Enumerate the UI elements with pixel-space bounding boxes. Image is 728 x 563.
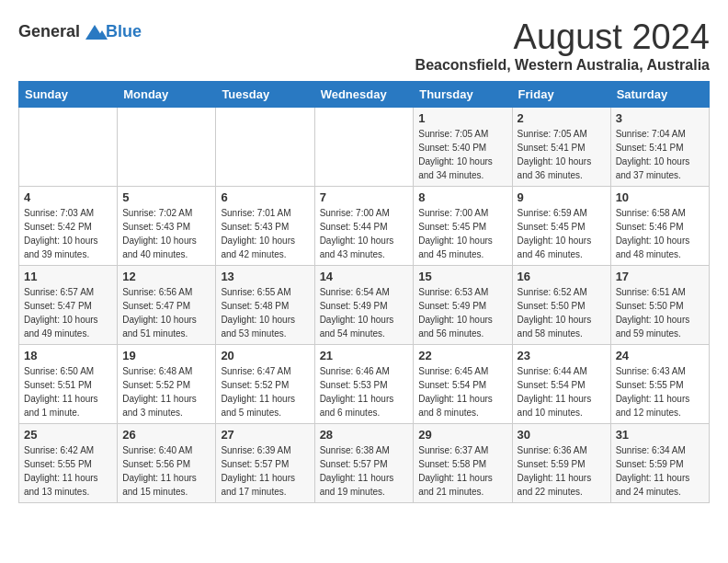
sunset: Sunset: 5:41 PM [616, 143, 684, 153]
day-number: 16 [518, 270, 606, 283]
day-info: Sunrise: 6:58 AM Sunset: 5:46 PM Dayligh… [616, 206, 704, 261]
sunrise: Sunrise: 6:36 AM [518, 445, 587, 455]
calendar-cell: 24 Sunrise: 6:43 AM Sunset: 5:55 PM Dayl… [610, 344, 709, 423]
day-number: 13 [221, 270, 309, 283]
day-info: Sunrise: 6:53 AM Sunset: 5:49 PM Dayligh… [418, 285, 506, 340]
day-number: 27 [221, 428, 309, 442]
sunset: Sunset: 5:54 PM [418, 380, 486, 390]
sunrise: Sunrise: 6:44 AM [518, 366, 587, 376]
header: General Blue August 2024 Beaconsfield, W… [18, 18, 710, 74]
calendar-cell [216, 107, 314, 186]
weekday-header-monday: Monday [118, 81, 216, 107]
daylight: Daylight: 10 hours and 48 minutes. [616, 236, 690, 259]
day-number: 6 [221, 190, 309, 204]
daylight: Daylight: 11 hours and 13 minutes. [24, 473, 98, 497]
week-row-2: 4 Sunrise: 7:03 AM Sunset: 5:42 PM Dayli… [19, 186, 710, 265]
day-number: 14 [320, 270, 409, 283]
sunrise: Sunrise: 6:59 AM [518, 208, 587, 218]
week-row-3: 11 Sunrise: 6:57 AM Sunset: 5:47 PM Dayl… [19, 265, 710, 344]
day-number: 15 [418, 270, 506, 283]
calendar-cell: 1 Sunrise: 7:05 AM Sunset: 5:40 PM Dayli… [414, 107, 512, 186]
calendar-cell: 31 Sunrise: 6:34 AM Sunset: 5:59 PM Dayl… [610, 423, 709, 502]
daylight: Daylight: 11 hours and 17 minutes. [221, 473, 295, 497]
weekday-header-row: SundayMondayTuesdayWednesdayThursdayFrid… [19, 81, 710, 107]
weekday-header-friday: Friday [512, 81, 610, 107]
day-info: Sunrise: 6:47 AM Sunset: 5:52 PM Dayligh… [221, 364, 309, 419]
calendar-subtitle: Beaconsfield, Western Australia, Austral… [415, 57, 710, 74]
sunrise: Sunrise: 6:45 AM [418, 366, 488, 376]
day-info: Sunrise: 7:00 AM Sunset: 5:45 PM Dayligh… [418, 206, 506, 261]
day-number: 24 [616, 349, 704, 362]
daylight: Daylight: 10 hours and 49 minutes. [24, 315, 98, 339]
day-info: Sunrise: 7:03 AM Sunset: 5:42 PM Dayligh… [24, 206, 112, 261]
day-number: 31 [616, 428, 704, 442]
calendar-cell [19, 107, 118, 186]
page-container: General Blue August 2024 Beaconsfield, W… [18, 18, 710, 503]
logo: General Blue [18, 22, 142, 42]
sunset: Sunset: 5:48 PM [221, 301, 289, 311]
day-info: Sunrise: 7:00 AM Sunset: 5:44 PM Dayligh… [320, 206, 409, 261]
calendar-cell: 15 Sunrise: 6:53 AM Sunset: 5:49 PM Dayl… [414, 265, 512, 344]
daylight: Daylight: 11 hours and 6 minutes. [320, 394, 394, 418]
sunset: Sunset: 5:49 PM [320, 301, 388, 311]
day-number: 29 [418, 428, 506, 442]
calendar-cell: 26 Sunrise: 6:40 AM Sunset: 5:56 PM Dayl… [118, 423, 216, 502]
weekday-header-wednesday: Wednesday [314, 81, 414, 107]
day-number: 17 [616, 270, 704, 283]
daylight: Daylight: 10 hours and 34 minutes. [418, 156, 493, 180]
day-number: 20 [221, 349, 309, 362]
day-info: Sunrise: 6:45 AM Sunset: 5:54 PM Dayligh… [418, 364, 506, 419]
sunrise: Sunrise: 6:42 AM [24, 445, 94, 455]
day-info: Sunrise: 7:04 AM Sunset: 5:41 PM Dayligh… [616, 127, 704, 182]
day-number: 21 [320, 349, 409, 362]
day-info: Sunrise: 6:36 AM Sunset: 5:59 PM Dayligh… [518, 443, 606, 499]
daylight: Daylight: 10 hours and 58 minutes. [518, 315, 592, 339]
daylight: Daylight: 10 hours and 42 minutes. [221, 236, 295, 259]
sunrise: Sunrise: 6:55 AM [221, 287, 290, 297]
calendar-cell: 16 Sunrise: 6:52 AM Sunset: 5:50 PM Dayl… [512, 265, 610, 344]
sunrise: Sunrise: 7:00 AM [418, 208, 488, 218]
sunset: Sunset: 5:42 PM [24, 222, 92, 232]
day-info: Sunrise: 6:34 AM Sunset: 5:59 PM Dayligh… [616, 443, 704, 499]
daylight: Daylight: 10 hours and 53 minutes. [221, 315, 295, 339]
day-info: Sunrise: 7:02 AM Sunset: 5:43 PM Dayligh… [122, 206, 210, 261]
calendar-cell: 10 Sunrise: 6:58 AM Sunset: 5:46 PM Dayl… [610, 186, 709, 265]
day-info: Sunrise: 6:40 AM Sunset: 5:56 PM Dayligh… [122, 443, 210, 499]
sunrise: Sunrise: 7:05 AM [418, 129, 488, 139]
logo-general: General [18, 22, 80, 40]
sunset: Sunset: 5:52 PM [122, 380, 190, 390]
calendar-cell: 27 Sunrise: 6:39 AM Sunset: 5:57 PM Dayl… [216, 423, 314, 502]
daylight: Daylight: 11 hours and 5 minutes. [221, 394, 295, 418]
day-info: Sunrise: 7:01 AM Sunset: 5:43 PM Dayligh… [221, 206, 309, 261]
day-info: Sunrise: 6:46 AM Sunset: 5:53 PM Dayligh… [320, 364, 409, 419]
day-info: Sunrise: 7:05 AM Sunset: 5:41 PM Dayligh… [518, 127, 606, 182]
sunset: Sunset: 5:46 PM [616, 222, 684, 232]
daylight: Daylight: 10 hours and 37 minutes. [616, 156, 690, 180]
day-info: Sunrise: 6:37 AM Sunset: 5:58 PM Dayligh… [418, 443, 506, 499]
daylight: Daylight: 11 hours and 19 minutes. [320, 473, 394, 497]
week-row-4: 18 Sunrise: 6:50 AM Sunset: 5:51 PM Dayl… [19, 344, 710, 423]
calendar-cell: 30 Sunrise: 6:36 AM Sunset: 5:59 PM Dayl… [512, 423, 610, 502]
sunrise: Sunrise: 7:02 AM [122, 208, 192, 218]
weekday-header-saturday: Saturday [610, 81, 709, 107]
sunset: Sunset: 5:49 PM [418, 301, 486, 311]
sunset: Sunset: 5:47 PM [24, 301, 92, 311]
day-info: Sunrise: 6:51 AM Sunset: 5:50 PM Dayligh… [616, 285, 704, 340]
sunrise: Sunrise: 6:48 AM [122, 366, 192, 376]
daylight: Daylight: 10 hours and 43 minutes. [320, 236, 394, 259]
day-info: Sunrise: 6:54 AM Sunset: 5:49 PM Dayligh… [320, 285, 409, 340]
week-row-1: 1 Sunrise: 7:05 AM Sunset: 5:40 PM Dayli… [19, 107, 710, 186]
sunrise: Sunrise: 7:03 AM [24, 208, 94, 218]
calendar-cell: 18 Sunrise: 6:50 AM Sunset: 5:51 PM Dayl… [19, 344, 118, 423]
sunrise: Sunrise: 6:50 AM [24, 366, 94, 376]
day-number: 10 [616, 190, 704, 204]
day-number: 26 [122, 428, 210, 442]
calendar-cell: 25 Sunrise: 6:42 AM Sunset: 5:55 PM Dayl… [19, 423, 118, 502]
sunset: Sunset: 5:44 PM [320, 222, 388, 232]
calendar-cell: 19 Sunrise: 6:48 AM Sunset: 5:52 PM Dayl… [118, 344, 216, 423]
calendar-cell: 14 Sunrise: 6:54 AM Sunset: 5:49 PM Dayl… [314, 265, 414, 344]
day-info: Sunrise: 6:55 AM Sunset: 5:48 PM Dayligh… [221, 285, 309, 340]
calendar-cell: 21 Sunrise: 6:46 AM Sunset: 5:53 PM Dayl… [314, 344, 414, 423]
sunset: Sunset: 5:58 PM [418, 459, 486, 469]
day-info: Sunrise: 7:05 AM Sunset: 5:40 PM Dayligh… [418, 127, 506, 182]
